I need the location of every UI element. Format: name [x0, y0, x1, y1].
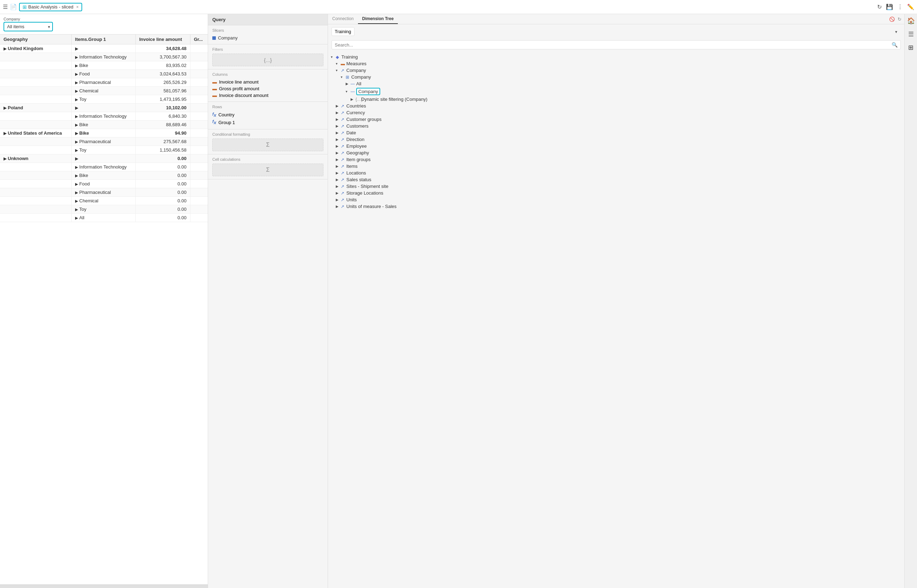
tree-item[interactable]: ▶↗Units — [328, 196, 904, 203]
expand-arrow[interactable]: ▶ — [75, 47, 78, 51]
tab-connection[interactable]: Connection — [328, 14, 358, 24]
tree-item[interactable]: ▾▬Measures — [328, 60, 904, 67]
expand-arrow[interactable]: ▶ — [75, 97, 78, 102]
tree-item[interactable]: ▶↗Sites - Shipment site — [328, 183, 904, 190]
tree-expand-icon[interactable]: ▾ — [331, 55, 336, 59]
tree-expand-icon[interactable]: ▶ — [336, 184, 341, 188]
eye-slash-icon[interactable]: 🚫 — [889, 16, 895, 22]
refresh-dim-icon[interactable]: ↻ — [898, 16, 901, 22]
expand-arrow[interactable]: ▶ — [75, 207, 78, 212]
tree-item[interactable]: ▾↗Company — [328, 67, 904, 74]
tree-item[interactable]: ▶↗Employee — [328, 143, 904, 149]
cell-geography — [0, 78, 71, 87]
tree-expand-icon[interactable]: ▶ — [336, 144, 341, 148]
list-icon[interactable]: ☰ — [908, 30, 914, 38]
tree-expand-icon[interactable]: ▶ — [351, 97, 356, 101]
tree-item[interactable]: ▶{…}Dynamic site filtering (Company) — [328, 96, 904, 103]
expand-arrow[interactable]: ▶ — [3, 131, 6, 136]
tree-item[interactable]: ▶↗Currency — [328, 109, 904, 116]
expand-arrow[interactable]: ▶ — [75, 182, 78, 186]
expand-arrow[interactable]: ▶ — [75, 55, 78, 59]
tree-item[interactable]: ▶↗Item groups — [328, 156, 904, 163]
horizontal-scrollbar[interactable] — [0, 585, 208, 588]
tree-expand-icon[interactable]: ▶ — [336, 178, 341, 181]
expand-arrow[interactable]: ▶ — [75, 216, 78, 220]
tree-expand-icon[interactable]: ▶ — [346, 82, 351, 86]
cell-calc-box[interactable]: Σ — [212, 163, 323, 176]
tree-expand-icon[interactable]: ▾ — [336, 68, 341, 72]
tree-item[interactable]: ▶↗Storage Locations — [328, 190, 904, 196]
tree-expand-icon[interactable]: ▶ — [336, 204, 341, 208]
more-icon[interactable]: ⋮ — [897, 3, 903, 10]
expand-arrow[interactable]: ▶ — [75, 173, 78, 178]
expand-arrow[interactable]: ▶ — [75, 191, 78, 195]
expand-arrow[interactable]: ▶ — [75, 140, 78, 144]
tree-expand-icon[interactable]: ▶ — [336, 164, 341, 168]
tree-item[interactable]: ▶↗Customer groups — [328, 116, 904, 123]
expand-arrow[interactable]: ▶ — [3, 106, 6, 110]
tree-expand-icon[interactable]: ▶ — [336, 124, 341, 128]
tree-item[interactable]: ▶↗Countries — [328, 103, 904, 109]
grid-sidebar-icon[interactable]: ⊞ — [908, 44, 914, 52]
training-dropdown[interactable]: Training — [332, 27, 354, 36]
filters-box[interactable]: {...} — [212, 53, 323, 66]
refresh-icon[interactable]: ↻ — [877, 3, 882, 10]
col-item-invoice[interactable]: ▬ Invoice line amount — [212, 79, 323, 85]
col-item-gross[interactable]: ▬ Gross profit amount — [212, 85, 323, 92]
tree-item[interactable]: ▶↗Date — [328, 129, 904, 136]
tree-item[interactable]: ▾—Company — [328, 87, 380, 96]
tree-item[interactable]: ▶↗Customers — [328, 123, 904, 129]
conditional-box[interactable]: Σ — [212, 139, 323, 151]
tab-dimension-tree[interactable]: Dimension Tree — [358, 14, 398, 24]
expand-arrow[interactable]: ▶ — [75, 123, 78, 127]
home-icon[interactable]: 🏠 — [907, 17, 915, 25]
search-input[interactable] — [335, 42, 892, 48]
expand-arrow[interactable]: ▶ — [75, 165, 78, 169]
expand-arrow[interactable]: ▶ — [75, 106, 78, 110]
slicer-company-item[interactable]: Company — [212, 34, 323, 41]
expand-arrow[interactable]: ▶ — [75, 72, 78, 76]
tree-item[interactable]: ▶↗Geography — [328, 149, 904, 156]
tree-expand-icon[interactable]: ▶ — [336, 104, 341, 108]
expand-arrow[interactable]: ▶ — [75, 157, 78, 161]
tree-item[interactable]: ▶↗Items — [328, 163, 904, 170]
tree-expand-icon[interactable]: ▶ — [336, 151, 341, 155]
expand-arrow[interactable]: ▶ — [75, 199, 78, 203]
tree-expand-icon[interactable]: ▶ — [336, 117, 341, 121]
tree-expand-icon[interactable]: ▶ — [336, 131, 341, 135]
expand-arrow[interactable]: ▶ — [75, 63, 78, 68]
tree-expand-icon[interactable]: ▶ — [336, 191, 341, 195]
expand-arrow[interactable]: ▶ — [75, 89, 78, 93]
tree-expand-icon[interactable]: ▶ — [336, 137, 341, 141]
expand-arrow[interactable]: ▶ — [3, 157, 6, 161]
search-icon[interactable]: 🔍 — [892, 42, 898, 48]
tree-expand-icon[interactable]: ▾ — [346, 90, 351, 94]
edit-icon[interactable]: ✏️ — [907, 3, 914, 10]
tree-item[interactable]: ▶↗Sales status — [328, 176, 904, 183]
tree-expand-icon[interactable]: ▶ — [336, 171, 341, 175]
cell-items-group: ▶Pharmaceutical — [71, 137, 136, 146]
tree-expand-icon[interactable]: ▾ — [341, 75, 346, 79]
save-icon[interactable]: 💾 — [886, 3, 893, 10]
tree-expand-icon[interactable]: ▶ — [336, 198, 341, 202]
expand-arrow[interactable]: ▶ — [3, 47, 6, 51]
expand-arrow[interactable]: ▶ — [75, 114, 78, 118]
tree-item[interactable]: ▶↗Units of measure - Sales — [328, 203, 904, 210]
tree-item[interactable]: ▾⊞Company — [328, 74, 904, 81]
expand-arrow[interactable]: ▶ — [75, 148, 78, 152]
tree-item[interactable]: ▾◆Training — [328, 53, 904, 60]
tree-expand-icon[interactable]: ▶ — [336, 111, 341, 115]
expand-arrow[interactable]: ▶ — [75, 131, 78, 136]
tree-item[interactable]: ▶↗Locations — [328, 170, 904, 176]
tree-item[interactable]: ▶↗Direction — [328, 136, 904, 143]
tree-expand-icon[interactable]: ▾ — [336, 62, 341, 66]
col-item-discount[interactable]: ▬ Invoice discount amount — [212, 92, 323, 99]
tree-item[interactable]: ▶—All — [328, 81, 904, 87]
row-item-group[interactable]: fx Group 1 — [212, 118, 323, 126]
row-item-country[interactable]: fx Country — [212, 111, 323, 118]
tree-expand-icon[interactable]: ▶ — [336, 158, 341, 162]
menu-icon[interactable]: ☰ — [3, 3, 8, 10]
expand-arrow[interactable]: ▶ — [75, 81, 78, 85]
company-slicer[interactable]: All items Company A Company B — [3, 22, 53, 31]
tab-close-button[interactable]: × — [76, 5, 79, 10]
